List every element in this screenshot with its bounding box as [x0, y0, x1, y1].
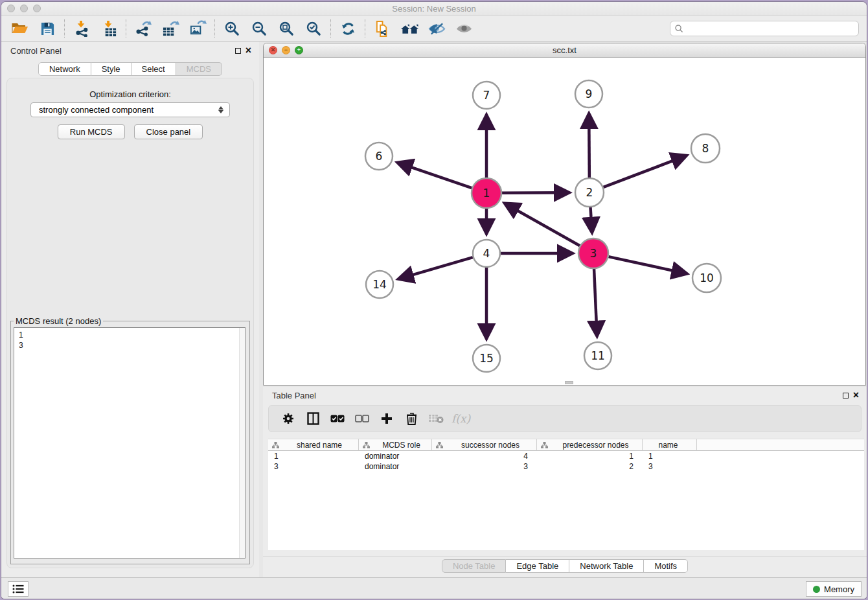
float-table-panel-icon[interactable] — [843, 393, 849, 398]
show-panel-icon[interactable] — [450, 18, 477, 39]
save-session-icon[interactable] — [34, 18, 61, 39]
tab-motifs[interactable]: Motifs — [644, 559, 688, 573]
svg-text:4: 4 — [483, 247, 490, 260]
edge-4-14[interactable] — [399, 257, 473, 279]
zoom-fit-icon[interactable] — [273, 18, 300, 39]
export-network-icon[interactable] — [130, 18, 157, 39]
column-header-name[interactable]: name — [643, 439, 697, 451]
edge-2-8[interactable] — [604, 156, 687, 187]
toolbar-separator — [365, 19, 365, 38]
node-6[interactable]: 6 — [365, 143, 393, 170]
table-cell[interactable]: 3 — [432, 461, 537, 472]
edge-3-1[interactable] — [505, 203, 580, 246]
table-cell[interactable]: 3 — [268, 461, 359, 472]
table-cell[interactable]: 1 — [643, 451, 697, 461]
column-header-shared-name[interactable]: shared name — [268, 439, 359, 451]
column-settings-icon[interactable] — [279, 410, 297, 428]
export-image-icon[interactable] — [184, 18, 211, 39]
function-builder-icon[interactable]: f(x) — [451, 412, 470, 425]
edge-3-10[interactable] — [608, 257, 686, 273]
merge-columns-icon[interactable] — [304, 410, 322, 428]
node-11[interactable]: 11 — [584, 342, 611, 369]
edge-1-2[interactable] — [502, 192, 569, 193]
import-table-icon[interactable] — [95, 18, 122, 39]
node-9[interactable]: 9 — [575, 80, 602, 108]
node-8[interactable]: 8 — [691, 134, 720, 163]
memory-button[interactable]: Memory — [806, 581, 862, 597]
search-input[interactable] — [684, 23, 858, 34]
mcds-result-scrollbar[interactable] — [239, 328, 245, 558]
zoom-selected-icon[interactable] — [300, 18, 327, 39]
criterion-dropdown[interactable]: strongly connected component — [30, 102, 230, 117]
task-history-button[interactable] — [8, 581, 29, 597]
import-network-icon[interactable] — [68, 18, 95, 39]
column-header-predecessor-nodes[interactable]: predecessor nodes — [537, 439, 643, 451]
close-table-panel-icon[interactable]: × — [853, 390, 859, 400]
column-header-MCDS-role[interactable]: MCDS role — [359, 439, 432, 451]
edge-3-11[interactable] — [594, 269, 597, 336]
table-cell[interactable]: 2 — [537, 461, 643, 472]
clear-all-checks-icon[interactable] — [353, 410, 371, 428]
tab-network-table[interactable]: Network Table — [569, 559, 644, 573]
node-table-body: 1dominator4113dominator323 — [268, 451, 864, 472]
export-table-icon[interactable] — [157, 18, 184, 39]
search-box[interactable] — [670, 21, 859, 36]
zoom-in-icon[interactable] — [218, 18, 246, 39]
app-titlebar: Session: New Session — [1, 2, 867, 16]
close-panel-icon[interactable]: × — [246, 45, 251, 56]
table-cell[interactable]: 3 — [643, 461, 697, 472]
tab-style[interactable]: Style — [91, 62, 131, 76]
select-all-checks-icon[interactable] — [328, 410, 347, 428]
tab-node-table[interactable]: Node Table — [442, 559, 507, 573]
edge-2-3[interactable] — [590, 207, 591, 232]
tab-mcds[interactable]: MCDS — [176, 62, 222, 76]
node-2[interactable]: 2 — [575, 178, 604, 207]
toolbar-separator — [64, 19, 65, 38]
edge-1-6[interactable] — [398, 163, 472, 188]
window-resize-handle[interactable] — [565, 381, 573, 384]
run-mcds-button[interactable]: Run MCDS — [58, 124, 125, 139]
column-type-icon — [272, 442, 279, 448]
tab-edge-table[interactable]: Edge Table — [506, 559, 569, 573]
dropdown-chevrons-icon — [218, 106, 223, 113]
tab-network[interactable]: Network — [38, 62, 91, 76]
node-4[interactable]: 4 — [473, 240, 500, 267]
svg-text:10: 10 — [700, 271, 714, 284]
home-view-icon[interactable] — [396, 18, 423, 39]
svg-text:15: 15 — [479, 352, 494, 365]
float-panel-icon[interactable] — [235, 48, 241, 54]
table-cell[interactable]: dominator — [359, 451, 432, 461]
control-panel-title: Control Panel — [10, 46, 62, 56]
table-row[interactable]: 3dominator323 — [268, 461, 864, 472]
edge-2-9[interactable] — [589, 114, 589, 178]
add-column-icon[interactable] — [378, 410, 396, 428]
node-14[interactable]: 14 — [366, 271, 393, 298]
refresh-view-icon[interactable] — [334, 18, 361, 39]
clone-network-icon[interactable] — [369, 18, 396, 39]
network-canvas[interactable]: 1234678910111415 — [264, 58, 865, 386]
column-header-successor-nodes[interactable]: successor nodes — [432, 439, 537, 451]
table-cell[interactable]: 1 — [268, 451, 359, 461]
node-15[interactable]: 15 — [473, 345, 500, 372]
optimization-criterion-label: Optimization criterion: — [1, 89, 259, 99]
toolbar-separator — [214, 19, 215, 38]
network-window-titlebar[interactable]: ✕ − + scc.txt — [264, 43, 865, 58]
network-window-title: scc.txt — [264, 45, 865, 55]
mcds-result-textarea[interactable]: 1 3 — [14, 327, 246, 559]
delete-table-icon[interactable] — [427, 410, 445, 428]
node-3[interactable]: 3 — [578, 238, 608, 268]
tab-select[interactable]: Select — [131, 62, 176, 76]
node-1[interactable]: 1 — [472, 178, 501, 208]
open-session-icon[interactable] — [6, 18, 34, 39]
delete-column-icon[interactable] — [402, 410, 420, 428]
node-7[interactable]: 7 — [473, 82, 500, 109]
table-cell[interactable]: 4 — [432, 451, 537, 461]
table-cell[interactable]: 1 — [537, 451, 643, 461]
zoom-out-icon[interactable] — [246, 18, 273, 39]
node-10[interactable]: 10 — [692, 264, 721, 292]
hide-panel-icon[interactable] — [423, 18, 450, 39]
close-panel-button[interactable]: Close panel — [134, 124, 203, 139]
column-header-filler — [697, 439, 864, 451]
table-cell[interactable]: dominator — [359, 461, 432, 472]
table-row[interactable]: 1dominator411 — [268, 451, 864, 461]
